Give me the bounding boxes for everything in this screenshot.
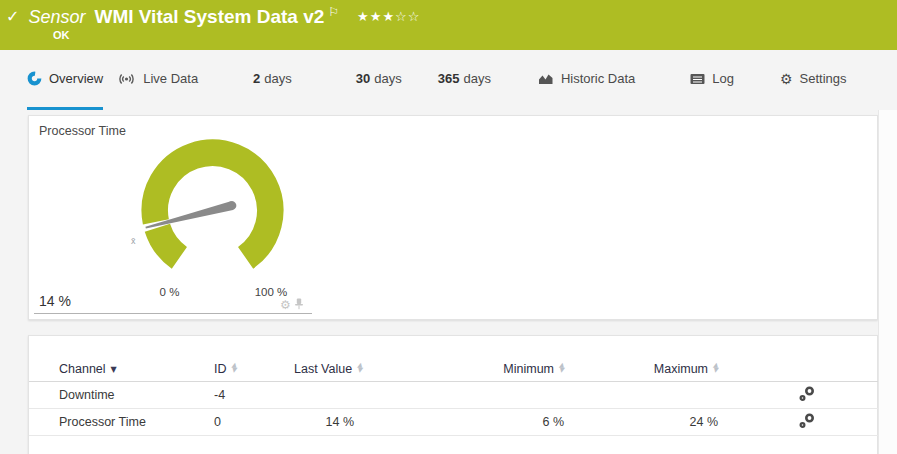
column-header-id[interactable]: ID▲▼ — [214, 362, 294, 376]
pin-icon[interactable] — [294, 296, 304, 314]
channel-maximum: 24 % — [569, 415, 719, 429]
table-row[interactable]: Processor Time 0 14 % 6 % 24 % — [29, 408, 879, 435]
log-icon — [690, 73, 705, 85]
column-header-minimum[interactable]: Minimum▲▼ — [379, 362, 569, 376]
channel-name: Downtime — [59, 388, 214, 402]
gauge-separator — [34, 313, 312, 314]
table-bottom-line — [29, 435, 879, 436]
gauge-toolbar: ⚙ — [280, 296, 304, 314]
tab-label: days — [463, 71, 490, 86]
column-label: ID — [214, 362, 227, 376]
tab-label: Settings — [800, 71, 847, 86]
channel-id: 0 — [214, 415, 294, 429]
tab-log[interactable]: Log — [690, 50, 734, 110]
tab-number: 30 — [356, 71, 370, 86]
sort-both-icon: ▲▼ — [357, 363, 362, 373]
sort-both-icon: ▲▼ — [713, 363, 718, 373]
scrollbar-track[interactable] — [878, 110, 897, 454]
tab-overview[interactable]: Overview — [27, 50, 103, 110]
channel-id: -4 — [214, 388, 294, 402]
gauge-icon — [27, 71, 42, 86]
priority-stars[interactable]: ★★★☆☆ — [357, 9, 420, 24]
channel-name: Processor Time — [59, 415, 214, 429]
column-label: Maximum — [654, 362, 708, 376]
status-check-icon: ✓ — [6, 7, 19, 26]
gear-icon: ⚙ — [780, 71, 793, 87]
sort-both-icon: ▲▼ — [559, 363, 564, 373]
tab-settings[interactable]: ⚙ Settings — [780, 50, 847, 110]
table-row[interactable]: Downtime -4 — [29, 381, 879, 408]
processor-time-gauge: x̄ — [101, 131, 321, 291]
tab-label: Log — [712, 71, 734, 86]
column-header-maximum[interactable]: Maximum▲▼ — [569, 362, 719, 376]
sort-both-icon: ▲▼ — [232, 363, 237, 373]
tab-2-days[interactable]: 2 days — [253, 50, 292, 110]
status-badge: OK — [53, 29, 70, 41]
channel-minimum: 6 % — [379, 415, 569, 429]
flag-icon[interactable]: ⚐ — [328, 5, 339, 19]
sensor-header: ✓ Sensor WMI Vital System Data v2 ⚐ ★★★☆… — [0, 0, 897, 50]
tab-number: 365 — [438, 71, 460, 86]
tab-30-days[interactable]: 30 days — [356, 50, 402, 110]
channel-table-panel: Channel▼ ID▲▼ Last Value▲▼ Minimum▲▼ Max… — [28, 335, 878, 454]
channel-settings-icon[interactable] — [798, 385, 816, 406]
tab-bar: Overview Live Data 2 days 30 days 365 da… — [0, 50, 897, 110]
gauge-value-label: 14 % — [39, 293, 71, 309]
gear-icon[interactable]: ⚙ — [280, 298, 291, 312]
column-header-channel[interactable]: Channel▼ — [59, 362, 214, 376]
tab-live-data[interactable]: Live Data — [117, 50, 198, 110]
broadcast-icon — [117, 72, 136, 86]
area-chart-icon — [538, 72, 554, 85]
gauge-average-marker: x̄ — [131, 236, 136, 246]
sort-desc-icon: ▼ — [111, 365, 117, 374]
column-label: Minimum — [503, 362, 554, 376]
channel-settings-icon[interactable] — [798, 412, 816, 433]
gauge-arc-low — [157, 228, 179, 258]
column-label: Last Value — [294, 362, 352, 376]
tab-label: Historic Data — [561, 71, 635, 86]
tab-historic-data[interactable]: Historic Data — [538, 50, 635, 110]
column-label: Channel — [59, 362, 106, 376]
object-kind-label: Sensor — [28, 7, 85, 28]
sensor-title: WMI Vital System Data v2 — [94, 6, 324, 28]
channel-last-value: 14 % — [294, 415, 379, 429]
tab-label: Live Data — [143, 71, 198, 86]
column-header-last-value[interactable]: Last Value▲▼ — [294, 362, 379, 376]
tab-label: days — [374, 71, 401, 86]
tab-label: Overview — [49, 71, 103, 86]
tab-number: 2 — [253, 71, 260, 86]
tab-label: days — [264, 71, 291, 86]
overview-gauge-panel: Processor Time x̄ 0 % 100 % 14 % ⚙ — [28, 115, 878, 320]
channel-table: Channel▼ ID▲▼ Last Value▲▼ Minimum▲▼ Max… — [29, 356, 879, 436]
channel-table-header: Channel▼ ID▲▼ Last Value▲▼ Minimum▲▼ Max… — [29, 356, 879, 381]
tab-365-days[interactable]: 365 days — [438, 50, 491, 110]
gauge-min-label: 0 % — [147, 286, 192, 298]
